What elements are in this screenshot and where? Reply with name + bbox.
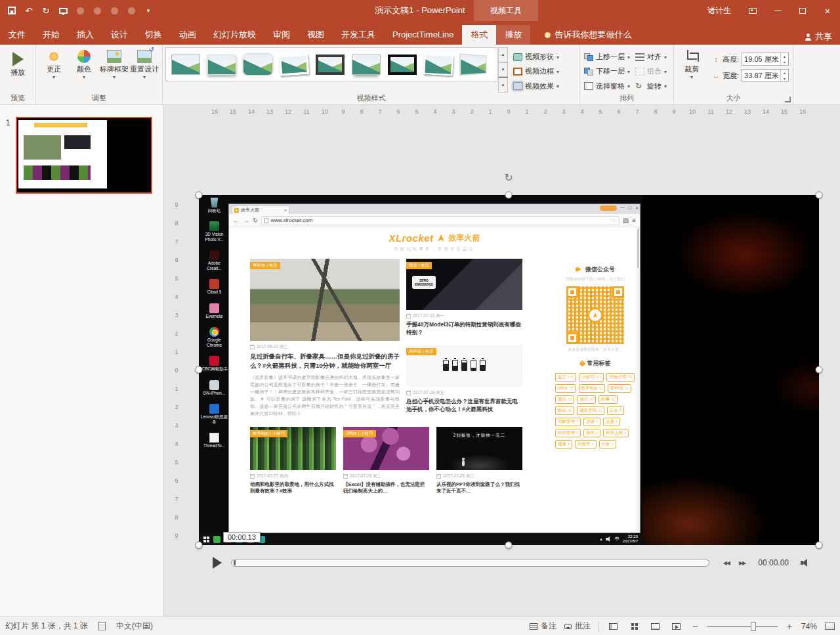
resize-handle-middle-right[interactable] <box>816 366 823 374</box>
slide[interactable]: 回收站3D Vision Photo V...Adobe Creati...Ci… <box>199 195 819 545</box>
desktop-icon[interactable]: Evernote <box>200 303 228 318</box>
taskbar-clock[interactable]: 22:20 2017/8/7 <box>623 535 639 544</box>
language-indicator[interactable]: 中文(中国) <box>116 621 153 632</box>
size-dialog-launcher-icon[interactable] <box>785 97 791 102</box>
category-badge[interactable]: Office | 小技巧 <box>343 430 376 437</box>
tag-观点[interactable]: 观点53 <box>555 395 574 404</box>
share-button[interactable]: 共享 <box>805 31 832 43</box>
article-card[interactable]: 黑科技 | 生活 2017-07 <box>406 345 522 414</box>
notes-button[interactable]: 备注 <box>530 621 556 632</box>
video-style-dark-frame[interactable] <box>312 49 348 79</box>
tab-幻灯片放映[interactable]: 幻灯片放映 <box>205 25 264 45</box>
button-上移一层[interactable]: 上移一层▾ <box>584 51 630 63</box>
tab-视图[interactable]: 视图 <box>299 25 333 45</box>
ribbon-display-options-icon[interactable] <box>740 0 765 21</box>
resize-handle-bottom-left[interactable] <box>196 542 203 549</box>
video-style-white-tilt[interactable] <box>276 49 312 79</box>
video-frame[interactable]: 回收站3D Vision Photo V...Adobe Creati...Ci… <box>199 195 642 545</box>
bookmark-star-icon[interactable]: ☆ <box>612 217 616 223</box>
button-更正[interactable]: 更正▾ <box>39 47 69 93</box>
browser-minimize-icon[interactable]: ─ <box>621 205 625 211</box>
tag-时间管理[interactable]: 时间管理5 <box>555 429 581 437</box>
crop-button[interactable]: 裁剪 ▾ <box>677 47 707 93</box>
tab-开发工具[interactable]: 开发工具 <box>333 25 384 45</box>
refresh-icon[interactable]: ↻ <box>253 217 258 224</box>
article-image-battery[interactable]: 黑科技 | 生活 <box>406 345 522 387</box>
menu-icon[interactable]: ≡ <box>632 217 636 224</box>
tab-动画[interactable]: 动画 <box>171 25 205 45</box>
category-badge[interactable]: 商业 | 生活 <box>406 262 432 269</box>
reading-mode-icon[interactable]: ▤ <box>623 217 629 224</box>
site-logo[interactable]: XLrocket 效率火箭 <box>229 232 640 244</box>
slide-sorter-view-button[interactable] <box>628 620 641 633</box>
article-image-keynote[interactable]: 2到极致，才能独一无二 <box>436 427 522 470</box>
video-style-simple[interactable] <box>167 49 203 79</box>
fit-to-window-icon[interactable] <box>825 623 835 630</box>
video-style-rounded-shadow[interactable] <box>203 49 240 79</box>
comments-button[interactable]: 批注 <box>564 621 591 632</box>
browser-notice-badge[interactable] <box>600 206 617 211</box>
width-input[interactable]: 33.87 厘米 ▲▼ <box>742 69 789 82</box>
button-视频效果[interactable]: 视频效果▾ <box>513 80 559 93</box>
address-bar[interactable]: www.xlrocket.com ☆ <box>261 216 619 225</box>
save-icon[interactable] <box>8 7 16 14</box>
reading-view-button[interactable] <box>649 620 662 633</box>
zoom-in-icon[interactable]: + <box>786 621 793 632</box>
gallery-up-icon[interactable]: ▴ <box>498 47 508 62</box>
tag-效率App[interactable]: 效率App73 <box>579 384 606 393</box>
tag-时事[interactable]: 时事32 <box>598 395 618 404</box>
redo-icon[interactable]: ↻ <box>41 5 51 16</box>
start-slideshow-icon[interactable] <box>59 8 68 14</box>
undo-icon[interactable]: ↶ <box>24 5 34 16</box>
tag-生活[interactable]: 生活145 <box>555 373 576 382</box>
article-image-excel-map[interactable]: Office | 小技巧 <box>343 427 429 470</box>
minimize-icon[interactable] <box>765 0 790 21</box>
gallery-down-icon[interactable]: ▾ <box>498 62 508 77</box>
hidden-icons-caret[interactable]: ▴ <box>600 536 602 542</box>
article-card[interactable]: 效率App | 小技巧 2017-07-27 周四 动画和电影里的取景地，用什么… <box>250 427 336 495</box>
slideshow-view-button[interactable] <box>670 620 683 633</box>
media-play-icon[interactable] <box>213 557 222 569</box>
article-image-tesla[interactable]: 商业 | 生活 ZERO EMISSIONS <box>406 259 522 310</box>
desktop-icon[interactable]: ICBC网银助手 <box>200 356 228 371</box>
resize-handle-top-right[interactable] <box>816 192 823 199</box>
button-视频边框[interactable]: 视频边框▾ <box>513 65 559 77</box>
media-volume-icon[interactable] <box>801 559 810 567</box>
resize-handle-middle-left[interactable] <box>196 366 203 374</box>
button-重置设计[interactable]: 重置设计▾ <box>129 47 159 93</box>
qat-customize-icon[interactable]: ▾ <box>143 5 154 16</box>
button-选择窗格[interactable]: 选择窗格▾ <box>584 80 630 93</box>
taskbar-language-indicator[interactable]: 中 <box>615 536 620 542</box>
tell-me-box[interactable]: 告诉我你想要做什么 <box>545 25 631 45</box>
tag-酷站[interactable]: 酷站38 <box>555 406 574 415</box>
article-card[interactable]: Office | 小技巧 2017-07-26 周三 【Excel】没有辅助插件… <box>343 427 429 495</box>
zoom-slider[interactable] <box>707 626 778 627</box>
category-badge[interactable]: 效率App | 小技巧 <box>250 430 287 437</box>
close-icon[interactable]: × <box>815 0 840 21</box>
back-icon[interactable]: ← <box>233 217 240 224</box>
article-title[interactable]: 从乐视的PPT你读到套路了么？我们找来了近千页不… <box>436 481 522 495</box>
desktop-icon[interactable]: ThreadTo... <box>200 433 228 448</box>
tag-科学上网[interactable]: 科学上网4 <box>603 429 629 437</box>
video-style-soft-round[interactable] <box>240 49 276 79</box>
article-title[interactable]: 见过折叠自行车、折叠家具……但是你见过折叠的房子么？#火箭黑科技，只需10分钟，… <box>250 352 400 370</box>
tag-微信[interactable]: 微信50 <box>577 395 596 404</box>
normal-view-button[interactable] <box>607 620 620 633</box>
media-playhead[interactable] <box>234 560 236 565</box>
user-name[interactable]: 诸计生 <box>707 5 731 16</box>
height-spinner[interactable]: ▲▼ <box>780 53 788 65</box>
tab-插入[interactable]: 插入 <box>68 25 102 45</box>
article-title[interactable]: 动画和电影里的取景地，用什么方式找到最有效率？#效率 <box>250 481 336 495</box>
tag-访谈[interactable]: 访谈7 <box>583 418 600 426</box>
spell-check-icon[interactable] <box>98 622 106 630</box>
desktop-icon[interactable]: Lenovo联想服务 <box>200 404 228 424</box>
desktop-icon[interactable]: Citavi 5 <box>200 279 228 294</box>
slide-thumbnail[interactable] <box>16 117 152 194</box>
category-badge[interactable]: 黑科技 | 生活 <box>406 348 436 355</box>
tab-开始[interactable]: 开始 <box>34 25 68 45</box>
browser-close-icon[interactable]: × <box>635 205 639 211</box>
gallery-more-icon[interactable]: ▾ <box>498 77 508 93</box>
resize-handle-bottom-center[interactable] <box>505 542 513 549</box>
taskbar-volume-icon[interactable] <box>606 536 612 542</box>
tag-健康[interactable]: 健康4 <box>555 440 572 449</box>
